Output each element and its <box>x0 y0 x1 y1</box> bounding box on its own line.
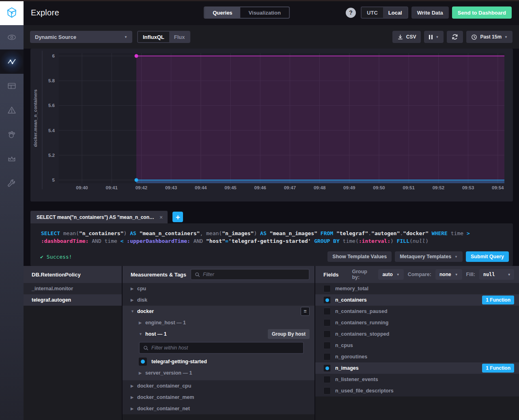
query-tab[interactable]: SELECT mean("n_containers") AS "mean_n_c… <box>30 211 168 223</box>
field-item[interactable]: n_goroutines <box>315 351 519 362</box>
line-graph[interactable]: 55.25.45.65.8609:4009:4109:4209:4309:440… <box>30 49 513 201</box>
measurement-item[interactable]: ▼docker= <box>123 306 314 317</box>
measurement-filter-input[interactable] <box>203 272 305 277</box>
field-checkbox[interactable] <box>323 353 331 360</box>
function-count-badge[interactable]: 1 Function <box>482 296 514 304</box>
field-item[interactable]: n_containers1 Function <box>315 294 519 306</box>
measurement-item[interactable]: ▶docker_container_mem <box>123 392 314 403</box>
compare-dropdown[interactable]: none ▼ <box>435 269 462 280</box>
compare-value: none <box>439 272 451 277</box>
field-checkbox[interactable] <box>323 342 331 349</box>
window-top-strip <box>0 0 519 1</box>
download-csv-button[interactable]: CSV <box>392 31 421 43</box>
flux-button[interactable]: Flux <box>169 32 190 42</box>
svg-text:09:48: 09:48 <box>314 185 326 190</box>
write-data-button[interactable]: Write Data <box>411 6 449 19</box>
measurement-item[interactable]: ▶cpu <box>123 283 314 294</box>
field-item[interactable]: n_cpus <box>315 340 519 351</box>
measurement-filter <box>190 269 310 280</box>
field-item[interactable]: n_containers_stopped <box>315 328 519 340</box>
checked-dot-icon <box>325 366 329 370</box>
measurement-item[interactable]: ▶docker_container_cpu <box>123 380 314 392</box>
measurement-item[interactable]: ▶docker_container_net <box>123 403 314 414</box>
sidebar-item-hosts[interactable] <box>0 25 24 49</box>
caret-right-icon[interactable]: ▶ <box>131 395 137 399</box>
fill-dropdown[interactable]: null ▼ <box>479 269 514 280</box>
sidebar-item-configuration[interactable] <box>0 171 24 195</box>
measurement-expanded-panel: ▼docker=▶engine_host — 1▼host — 1Group B… <box>123 306 314 380</box>
group-by-host-button[interactable]: Group By host <box>268 329 310 339</box>
chevron-down-icon: ▼ <box>455 273 458 276</box>
field-item[interactable]: n_containers_paused <box>315 306 519 317</box>
sidebar-item-admin[interactable] <box>0 122 24 147</box>
refresh-button[interactable] <box>447 31 463 43</box>
equals-filter-button[interactable]: = <box>301 307 310 316</box>
sidebar-item-data-explorer[interactable] <box>0 49 24 74</box>
show-template-values-button[interactable]: Show Template Values <box>327 251 392 262</box>
source-dropdown[interactable]: Dynamic Source ▼ <box>30 31 132 43</box>
sidebar-item-alerts[interactable] <box>0 98 24 122</box>
function-count-badge[interactable]: 1 Function <box>482 364 514 373</box>
query-code-input[interactable]: SELECT mean("n_containers") AS "mean_n_c… <box>30 229 513 248</box>
measurement-item[interactable]: ▶disk <box>123 294 314 306</box>
svg-text:09:46: 09:46 <box>254 185 266 190</box>
caret-right-icon[interactable]: ▶ <box>131 287 137 291</box>
field-checkbox[interactable] <box>323 387 331 394</box>
field-item[interactable]: n_containers_running <box>315 317 519 328</box>
help-button[interactable]: ? <box>346 8 356 18</box>
pause-refresh-dropdown[interactable]: ▼ <box>424 31 444 43</box>
field-checkbox[interactable] <box>323 319 331 326</box>
refresh-icon <box>452 34 458 40</box>
svg-text:09:50: 09:50 <box>373 185 385 190</box>
measurements-header-label: Measurements & Tags <box>131 272 186 278</box>
add-query-button[interactable]: + <box>172 212 183 222</box>
tag-value-filter <box>139 342 304 354</box>
influxql-button[interactable]: InfluxQL <box>138 32 169 42</box>
field-name: n_containers <box>335 297 367 303</box>
field-item[interactable]: n_images1 Function <box>315 362 519 374</box>
timezone-utc-button[interactable]: UTC <box>362 7 383 18</box>
close-icon[interactable]: × <box>159 214 163 220</box>
timezone-local-button[interactable]: Local <box>383 7 407 18</box>
field-checkbox[interactable] <box>323 376 331 383</box>
group-by-dropdown[interactable]: auto ▼ <box>378 269 403 280</box>
tag-value-item[interactable]: telegraf-getting-started <box>123 356 314 367</box>
submit-query-button[interactable]: Submit Query <box>466 251 509 262</box>
sidebar-item-dashboards[interactable] <box>0 74 24 98</box>
chevron-down-icon: ▼ <box>124 35 127 39</box>
caret-down-icon[interactable]: ▼ <box>139 332 145 336</box>
field-item[interactable]: n_listener_events <box>315 374 519 385</box>
database-item[interactable]: _internal.monitor <box>24 283 122 294</box>
caret-right-icon[interactable]: ▶ <box>131 298 137 302</box>
sidebar-item-logo[interactable] <box>0 0 24 25</box>
field-checkbox[interactable] <box>323 330 331 338</box>
caret-right-icon[interactable]: ▶ <box>131 407 137 411</box>
field-checkbox[interactable] <box>323 296 331 304</box>
tag-item[interactable]: ▶server_version — 1 <box>123 367 314 379</box>
time-range-dropdown[interactable]: Past 15m ▼ <box>466 31 513 43</box>
database-item[interactable]: telegraf.autogen <box>24 294 122 306</box>
caret-right-icon[interactable]: ▶ <box>131 384 137 388</box>
metaquery-templates-dropdown[interactable]: Metaquery Templates ▼ <box>395 251 463 262</box>
caret-right-icon[interactable]: ▶ <box>139 321 145 325</box>
search-icon <box>143 345 149 351</box>
field-checkbox[interactable] <box>323 285 331 292</box>
tag-value-filter-input[interactable] <box>151 345 299 351</box>
fields-column: Fields Group by: auto ▼ Compare: none ▼ … <box>315 266 519 420</box>
tab-visualization[interactable]: Visualization <box>241 7 289 18</box>
tag-item[interactable]: ▶engine_host — 1 <box>123 317 314 328</box>
field-checkbox[interactable] <box>323 308 331 315</box>
tag-item[interactable]: ▼host — 1Group By host <box>123 328 314 340</box>
top-nav: Explore Queries Visualization ? UTC Loca… <box>24 0 519 25</box>
tab-queries[interactable]: Queries <box>205 7 240 18</box>
field-checkbox[interactable] <box>323 364 331 372</box>
svg-text:docker.mean_n_containers: docker.mean_n_containers <box>33 90 38 147</box>
send-to-dashboard-button[interactable]: Send to Dashboard <box>452 6 512 19</box>
tag-value-checkbox[interactable] <box>139 358 147 366</box>
field-item[interactable]: memory_total <box>315 283 519 294</box>
chevron-down-icon: ▼ <box>396 273 400 276</box>
field-item[interactable]: n_used_file_descriptors <box>315 385 519 396</box>
sidebar-item-organizations[interactable] <box>0 147 24 171</box>
caret-down-icon[interactable]: ▼ <box>131 309 137 313</box>
caret-right-icon[interactable]: ▶ <box>139 371 145 375</box>
